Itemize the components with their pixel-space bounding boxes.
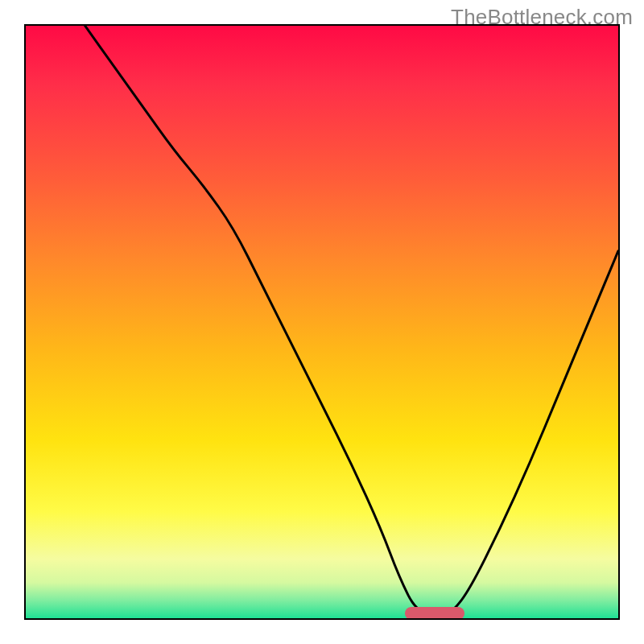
plot-area xyxy=(24,24,620,620)
chart-frame: TheBottleneck.com xyxy=(0,0,644,644)
watermark-text: TheBottleneck.com xyxy=(451,5,633,30)
bottleneck-curve-path xyxy=(85,26,618,614)
optimal-range-marker xyxy=(405,607,464,620)
bottleneck-curve-svg xyxy=(26,26,618,618)
